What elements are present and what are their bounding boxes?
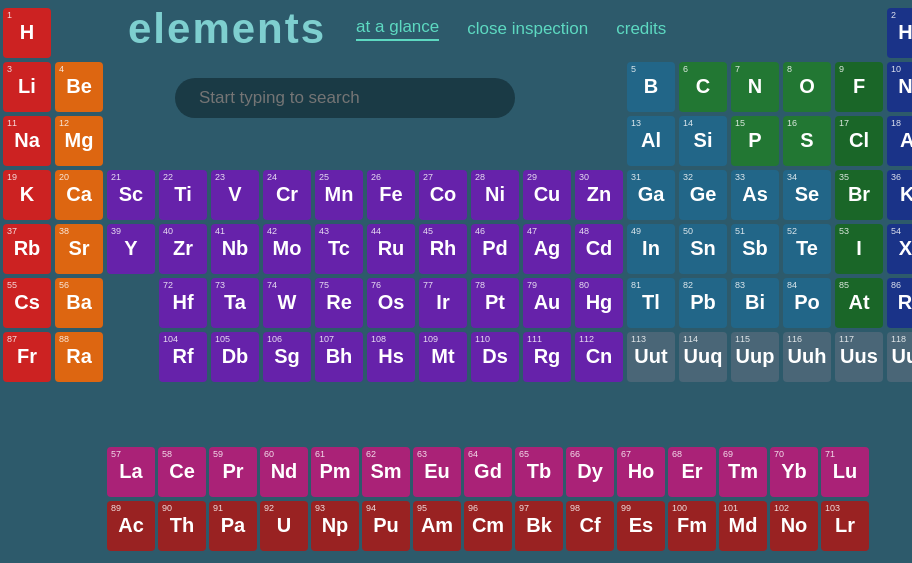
element-Tc[interactable]: 43Tc <box>315 224 363 274</box>
element-Rn[interactable]: 86Rn <box>887 278 912 328</box>
element-Pu[interactable]: 94Pu <box>362 501 410 551</box>
element-Rb[interactable]: 37Rb <box>3 224 51 274</box>
element-Nb[interactable]: 41Nb <box>211 224 259 274</box>
element-Os[interactable]: 76Os <box>367 278 415 328</box>
element-Si[interactable]: 14Si <box>679 116 727 166</box>
element-Eu[interactable]: 63Eu <box>413 447 461 497</box>
element-Sm[interactable]: 62Sm <box>362 447 410 497</box>
element-He[interactable]: 2He <box>887 8 912 58</box>
element-Al[interactable]: 13Al <box>627 116 675 166</box>
element-Tm[interactable]: 69Tm <box>719 447 767 497</box>
element-Uuh[interactable]: 116Uuh <box>783 332 831 382</box>
element-Kr[interactable]: 36Kr <box>887 170 912 220</box>
element-Mo[interactable]: 42Mo <box>263 224 311 274</box>
element-Ru[interactable]: 44Ru <box>367 224 415 274</box>
element-O[interactable]: 8O <box>783 62 831 112</box>
element-Er[interactable]: 68Er <box>668 447 716 497</box>
element-V[interactable]: 23V <box>211 170 259 220</box>
element-Pb[interactable]: 82Pb <box>679 278 727 328</box>
element-Ag[interactable]: 47Ag <box>523 224 571 274</box>
element-Rg[interactable]: 111Rg <box>523 332 571 382</box>
element-Be[interactable]: 4Be <box>55 62 103 112</box>
element-Po[interactable]: 84Po <box>783 278 831 328</box>
element-Bi[interactable]: 83Bi <box>731 278 779 328</box>
element-Am[interactable]: 95Am <box>413 501 461 551</box>
element-Sr[interactable]: 38Sr <box>55 224 103 274</box>
element-Rf[interactable]: 104Rf <box>159 332 207 382</box>
element-Cm[interactable]: 96Cm <box>464 501 512 551</box>
element-Cu[interactable]: 29Cu <box>523 170 571 220</box>
element-Ce[interactable]: 58Ce <box>158 447 206 497</box>
element-Ga[interactable]: 31Ga <box>627 170 675 220</box>
search-input[interactable] <box>175 78 515 118</box>
element-La[interactable]: 57La <box>107 447 155 497</box>
element-Np[interactable]: 93Np <box>311 501 359 551</box>
element-Gd[interactable]: 64Gd <box>464 447 512 497</box>
element-Md[interactable]: 101Md <box>719 501 767 551</box>
element-Db[interactable]: 105Db <box>211 332 259 382</box>
element-Sc[interactable]: 21Sc <box>107 170 155 220</box>
element-Es[interactable]: 99Es <box>617 501 665 551</box>
element-Lr[interactable]: 103Lr <box>821 501 869 551</box>
element-Fm[interactable]: 100Fm <box>668 501 716 551</box>
element-At[interactable]: 85At <box>835 278 883 328</box>
element-Bk[interactable]: 97Bk <box>515 501 563 551</box>
element-Mg[interactable]: 12Mg <box>55 116 103 166</box>
element-Hf[interactable]: 72Hf <box>159 278 207 328</box>
element-Ba[interactable]: 56Ba <box>55 278 103 328</box>
element-Pr[interactable]: 59Pr <box>209 447 257 497</box>
element-Ni[interactable]: 28Ni <box>471 170 519 220</box>
element-Ge[interactable]: 32Ge <box>679 170 727 220</box>
element-Hs[interactable]: 108Hs <box>367 332 415 382</box>
element-Uup[interactable]: 115Uup <box>731 332 779 382</box>
element-Hg[interactable]: 80Hg <box>575 278 623 328</box>
element-Ds[interactable]: 110Ds <box>471 332 519 382</box>
element-Se[interactable]: 34Se <box>783 170 831 220</box>
element-Bh[interactable]: 107Bh <box>315 332 363 382</box>
element-In[interactable]: 49In <box>627 224 675 274</box>
element-Zr[interactable]: 40Zr <box>159 224 207 274</box>
element-Na[interactable]: 11Na <box>3 116 51 166</box>
element-Ta[interactable]: 73Ta <box>211 278 259 328</box>
element-H[interactable]: 1H <box>3 8 51 58</box>
element-Li[interactable]: 3Li <box>3 62 51 112</box>
element-Fe[interactable]: 26Fe <box>367 170 415 220</box>
element-Ho[interactable]: 67Ho <box>617 447 665 497</box>
element-W[interactable]: 74W <box>263 278 311 328</box>
element-Ne[interactable]: 10Ne <box>887 62 912 112</box>
element-Fr[interactable]: 87Fr <box>3 332 51 382</box>
element-S[interactable]: 16S <box>783 116 831 166</box>
element-Yb[interactable]: 70Yb <box>770 447 818 497</box>
element-Au[interactable]: 79Au <box>523 278 571 328</box>
element-Uuo[interactable]: 118Uuo <box>887 332 912 382</box>
element-Ar[interactable]: 18Ar <box>887 116 912 166</box>
element-Ac[interactable]: 89Ac <box>107 501 155 551</box>
element-Zn[interactable]: 30Zn <box>575 170 623 220</box>
element-Mt[interactable]: 109Mt <box>419 332 467 382</box>
element-Dy[interactable]: 66Dy <box>566 447 614 497</box>
element-Cf[interactable]: 98Cf <box>566 501 614 551</box>
element-Uuq[interactable]: 114Uuq <box>679 332 727 382</box>
element-Cr[interactable]: 24Cr <box>263 170 311 220</box>
element-Tb[interactable]: 65Tb <box>515 447 563 497</box>
element-Pa[interactable]: 91Pa <box>209 501 257 551</box>
element-Sn[interactable]: 50Sn <box>679 224 727 274</box>
element-Uut[interactable]: 113Uut <box>627 332 675 382</box>
element-As[interactable]: 33As <box>731 170 779 220</box>
element-Te[interactable]: 52Te <box>783 224 831 274</box>
element-C[interactable]: 6C <box>679 62 727 112</box>
element-Br[interactable]: 35Br <box>835 170 883 220</box>
element-P[interactable]: 15P <box>731 116 779 166</box>
element-Re[interactable]: 75Re <box>315 278 363 328</box>
element-Mn[interactable]: 25Mn <box>315 170 363 220</box>
element-No[interactable]: 102No <box>770 501 818 551</box>
element-N[interactable]: 7N <box>731 62 779 112</box>
element-Pd[interactable]: 46Pd <box>471 224 519 274</box>
element-Ra[interactable]: 88Ra <box>55 332 103 382</box>
element-Cl[interactable]: 17Cl <box>835 116 883 166</box>
element-F[interactable]: 9F <box>835 62 883 112</box>
element-Uus[interactable]: 117Uus <box>835 332 883 382</box>
element-Th[interactable]: 90Th <box>158 501 206 551</box>
element-Sg[interactable]: 106Sg <box>263 332 311 382</box>
element-Cn[interactable]: 112Cn <box>575 332 623 382</box>
